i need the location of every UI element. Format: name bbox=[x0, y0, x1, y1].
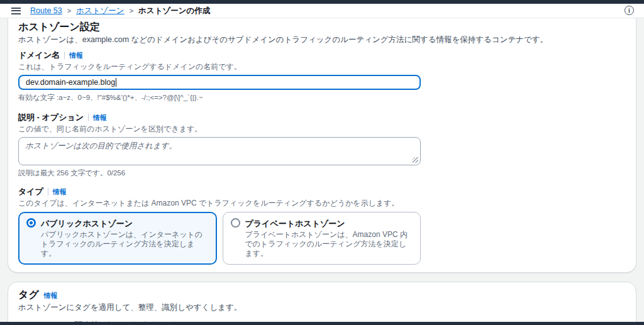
tags-info-link[interactable]: 情報 bbox=[44, 291, 58, 300]
tags-card: タグ 情報 ホストゾーンにタグを適用して、整理、識別しやすくします。 このリソー… bbox=[8, 282, 636, 325]
settings-card-title: ホストゾーン設定 bbox=[18, 21, 626, 33]
breadcrumb: Route 53 > ホストゾーン > ホストゾーンの作成 bbox=[30, 6, 210, 16]
type-field: タイプ 情報 このタイプは、インターネットまたは Amazon VPC でトラフ… bbox=[18, 186, 626, 265]
private-option-title: プライベートホストゾーン bbox=[245, 219, 345, 228]
breadcrumb-link-hosted-zones[interactable]: ホストゾーン bbox=[76, 6, 124, 16]
breadcrumb-separator: > bbox=[130, 7, 133, 14]
domain-name-description: これは、トラフィックをルーティングするドメインの名前です。 bbox=[18, 62, 626, 72]
description-info-link[interactable]: 情報 bbox=[93, 113, 107, 123]
radio-option-public-hosted-zone[interactable]: パブリックホストゾーン パブリックホストゾーンは、インターネットのトラフィックの… bbox=[18, 212, 217, 265]
type-radio-group: パブリックホストゾーン パブリックホストゾーンは、インターネットのトラフィックの… bbox=[18, 212, 421, 265]
breadcrumb-bar: Route 53 > ホストゾーン > ホストゾーンの作成 i bbox=[0, 4, 644, 18]
domain-name-value: dev.domain-example.blog bbox=[26, 78, 115, 87]
private-option-description: プライベートホストゾーンは、Amazon VPC 内でのトラフィックのルーティン… bbox=[245, 230, 413, 258]
text-caret bbox=[116, 78, 116, 87]
domain-name-input[interactable]: dev.domain-example.blog bbox=[18, 75, 421, 90]
info-panel-icon[interactable]: i bbox=[625, 6, 634, 15]
breadcrumb-current-page: ホストゾーンの作成 bbox=[138, 6, 210, 16]
description-field: 説明 - オプション 情報 この値で、同じ名前のホストゾーンを区別できます。 ホ… bbox=[18, 112, 626, 178]
hamburger-menu-icon[interactable] bbox=[11, 8, 21, 14]
breadcrumb-separator: > bbox=[67, 7, 71, 14]
public-option-description: パブリックホストゾーンは、インターネットのトラフィックのルーティング方法を決定し… bbox=[41, 230, 209, 258]
domain-info-link[interactable]: 情報 bbox=[69, 51, 83, 60]
type-description: このタイプは、インターネットまたは Amazon VPC でトラフィックをルーテ… bbox=[18, 199, 626, 208]
resize-handle-icon[interactable] bbox=[413, 157, 418, 163]
label-divider bbox=[48, 188, 48, 196]
description-field-description: この値で、同じ名前のホストゾーンを区別できます。 bbox=[18, 124, 626, 134]
radio-option-private-hosted-zone[interactable]: プライベートホストゾーン プライベートホストゾーンは、Amazon VPC 内で… bbox=[223, 212, 421, 265]
label-divider bbox=[88, 114, 89, 121]
breadcrumb-link-route53[interactable]: Route 53 bbox=[30, 6, 62, 15]
description-placeholder: ホストゾーンは次の目的で使用されます。 bbox=[25, 141, 177, 150]
label-divider bbox=[64, 52, 65, 59]
description-constraint: 説明は最大 256 文字です。0/256 bbox=[18, 168, 626, 178]
domain-name-label: ドメイン名 bbox=[18, 50, 60, 61]
hosted-zone-settings-card: ホストゾーン設定 ホストゾーンは、example.com などのドメインおよびそ… bbox=[8, 18, 636, 273]
description-textarea[interactable]: ホストゾーンは次の目的で使用されます。 bbox=[18, 137, 421, 165]
domain-name-constraint: 有効な文字 :a~z、0~9、!"#$%&'()*+、-/:;<=>?@[\]^… bbox=[18, 93, 626, 102]
main-content: ホストゾーン設定 ホストゾーンは、example.com などのドメインおよびそ… bbox=[0, 18, 644, 325]
tags-card-description: ホストゾーンにタグを適用して、整理、識別しやすくします。 bbox=[18, 302, 626, 312]
public-option-title: パブリックホストゾーン bbox=[41, 219, 133, 228]
settings-card-description: ホストゾーンは、example.com などのドメインおよびそのサブドメインのト… bbox=[18, 35, 626, 45]
tags-card-title: タグ bbox=[18, 289, 39, 301]
window-bottom-bar bbox=[0, 322, 644, 325]
type-info-link[interactable]: 情報 bbox=[53, 187, 67, 197]
radio-unchecked-icon[interactable] bbox=[231, 218, 240, 228]
radio-checked-icon[interactable] bbox=[26, 218, 36, 228]
type-label: タイプ bbox=[18, 186, 43, 197]
description-label: 説明 - オプション bbox=[18, 112, 84, 123]
domain-name-field: ドメイン名 情報 これは、トラフィックをルーティングするドメインの名前です。 d… bbox=[18, 50, 626, 102]
